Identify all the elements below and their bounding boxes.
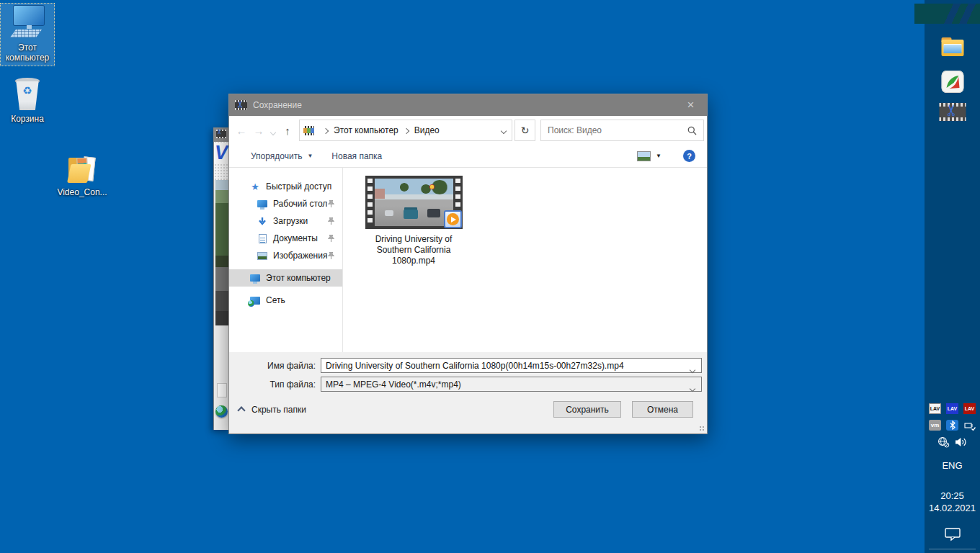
- file-name-caption: Driving University of Southern Californi…: [359, 234, 468, 266]
- taskbar-screen-capture-icon[interactable]: [941, 71, 963, 93]
- dialog-titlebar[interactable]: ✂ Сохранение ×: [229, 94, 707, 116]
- video-preview-sliver: [215, 180, 229, 325]
- breadcrumb-video[interactable]: Видео: [413, 125, 441, 135]
- dialog-footer-panel: Имя файла: Тип файла: MP4 – MPEG-4 Video…: [229, 352, 707, 433]
- recycle-symbol-icon: ♻: [13, 84, 42, 97]
- address-bar[interactable]: Этот компьютер Видео: [299, 120, 512, 141]
- document-icon: [257, 234, 268, 243]
- back-icon: ←: [233, 125, 250, 137]
- save-button[interactable]: Сохранить: [553, 401, 621, 418]
- sidebar-item-quick-access[interactable]: ★ Быстрый доступ: [229, 178, 342, 195]
- navigation-pane: ★ Быстрый доступ Рабочий стол Загрузки: [229, 168, 343, 352]
- breadcrumb-this-pc[interactable]: Этот компьютер: [332, 125, 400, 135]
- command-bar: Упорядочить ▼ Новая папка ▼ ?: [229, 145, 707, 168]
- folder-icon: [66, 156, 99, 184]
- hide-folders-toggle[interactable]: Скрыть папки: [239, 405, 306, 415]
- taskbar-file-explorer-icon[interactable]: [941, 37, 963, 56]
- breadcrumb-separator-icon: [324, 125, 328, 135]
- wallpaper-accent-shape: [914, 4, 980, 24]
- sidebar-item-desktop[interactable]: Рабочий стол: [229, 195, 342, 212]
- sidebar-item-network[interactable]: Сеть: [229, 292, 342, 309]
- desktop-icon-label: Корзина: [0, 114, 55, 124]
- usb-eject-icon[interactable]: [963, 420, 976, 431]
- sidebar-item-downloads[interactable]: Загрузки: [229, 212, 342, 230]
- desktop-icon-label: Video_Con...: [55, 187, 110, 197]
- resize-grip[interactable]: [699, 426, 705, 432]
- lav-splitter-icon[interactable]: LAV: [929, 403, 941, 414]
- search-icon: [687, 126, 697, 135]
- scissors-icon: ✂: [942, 104, 961, 117]
- lav-video-icon[interactable]: LAV: [963, 403, 976, 414]
- taskbar-video-cutter-icon[interactable]: ✂: [939, 103, 966, 121]
- vmware-tools-icon[interactable]: vm: [929, 420, 941, 431]
- video-folder-icon: [303, 126, 314, 135]
- background-window-control: [217, 383, 227, 397]
- this-pc-monitor-icon: [249, 274, 261, 282]
- network-icon: [249, 297, 261, 305]
- cancel-button[interactable]: Отмена: [632, 401, 693, 418]
- recycle-bin-icon: ♻: [13, 78, 42, 111]
- bluetooth-icon[interactable]: [946, 420, 958, 431]
- pin-icon: [328, 252, 334, 260]
- video-frame-preview: [375, 179, 453, 226]
- language-indicator[interactable]: ENG: [925, 460, 980, 471]
- view-mode-icon[interactable]: [637, 151, 651, 161]
- dialog-title: Сохранение: [253, 100, 302, 110]
- filename-label: Имя файла:: [229, 361, 316, 371]
- play-overlay-icon: [444, 210, 462, 228]
- forward-icon: →: [250, 125, 267, 137]
- network-no-internet-icon[interactable]: [937, 436, 950, 447]
- navigation-bar: ← → ↑ Этот компьютер Видео ↻: [229, 116, 707, 145]
- action-center-icon[interactable]: [944, 527, 961, 544]
- file-list[interactable]: Driving University of Southern Californi…: [343, 168, 707, 352]
- filename-dropdown-icon[interactable]: [690, 364, 695, 374]
- pictures-icon: [257, 252, 268, 260]
- search-input[interactable]: [548, 125, 687, 135]
- lav-audio-icon[interactable]: LAV: [946, 403, 958, 414]
- background-app-window[interactable]: ✂ V: [213, 127, 229, 430]
- this-pc-icon: [9, 5, 46, 40]
- pin-icon: [328, 200, 334, 208]
- app-logo-letter: V: [215, 143, 230, 163]
- clock-date: 14.02.2021: [925, 502, 980, 514]
- filetype-select[interactable]: MP4 – MPEG-4 Video(*.m4v;*mp4): [321, 377, 702, 392]
- desktop-icon-this-pc[interactable]: Этот компьютер: [0, 3, 55, 66]
- desktop-icon-recycle-bin[interactable]: ♻ Корзина: [0, 78, 55, 124]
- quick-access-star-icon: ★: [249, 181, 261, 192]
- up-icon[interactable]: ↑: [279, 125, 296, 137]
- clock-time: 20:25: [925, 490, 980, 502]
- volume-icon[interactable]: [955, 436, 967, 447]
- view-mode-dropdown-icon[interactable]: ▼: [656, 153, 662, 159]
- save-dialog: ✂ Сохранение × ← → ↑ Этот компьютер Виде…: [228, 94, 708, 434]
- help-button[interactable]: ?: [683, 150, 695, 162]
- filetype-dropdown-icon[interactable]: [690, 383, 695, 393]
- mcdonalds-sign: [429, 184, 435, 189]
- downloads-arrow-icon: [257, 217, 268, 226]
- refresh-button[interactable]: ↻: [514, 120, 535, 141]
- sidebar-item-pictures[interactable]: Изображения: [229, 247, 342, 264]
- pin-icon: [328, 235, 334, 243]
- refresh-icon: ↻: [521, 125, 530, 136]
- close-icon[interactable]: ×: [674, 94, 707, 116]
- pin-icon: [328, 217, 334, 225]
- taskbar-clock[interactable]: 20:25 14.02.2021: [925, 490, 980, 514]
- filename-input[interactable]: [326, 361, 684, 371]
- new-folder-button[interactable]: Новая папка: [331, 151, 382, 161]
- background-window-titlebar: ✂: [214, 127, 229, 142]
- desktop-icon-video-con-folder[interactable]: Video_Con...: [55, 156, 110, 197]
- organize-dropdown-icon: ▼: [307, 153, 313, 159]
- filetype-label: Тип файла:: [229, 379, 316, 390]
- sidebar-item-documents[interactable]: Документы: [229, 230, 342, 247]
- system-tray: LAV LAV LAV vm: [925, 403, 980, 471]
- filetype-value: MP4 – MPEG-4 Video(*.m4v;*mp4): [326, 379, 461, 390]
- globe-icon: [215, 405, 228, 418]
- filename-combo[interactable]: [321, 358, 702, 373]
- organize-button[interactable]: Упорядочить: [251, 151, 302, 161]
- sidebar-item-this-pc[interactable]: Этот компьютер: [229, 269, 342, 287]
- desktop: Этот компьютер ♻ Корзина Video_Con... ✂ …: [0, 0, 980, 553]
- address-dropdown-icon[interactable]: [502, 125, 506, 135]
- show-desktop-divider[interactable]: [929, 549, 976, 549]
- search-box[interactable]: [540, 120, 704, 141]
- desktop-folder-icon: [257, 200, 268, 207]
- file-item-video[interactable]: Driving University of Southern Californi…: [359, 176, 468, 266]
